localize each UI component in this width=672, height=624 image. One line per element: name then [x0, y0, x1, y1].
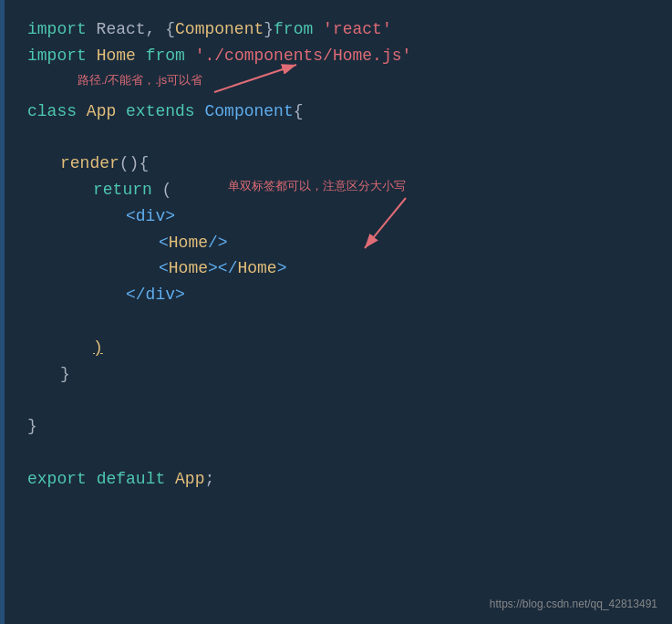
- code-text: div: [136, 203, 165, 230]
- code-text: render: [60, 151, 119, 177]
- code-text: Home: [97, 43, 136, 69]
- code-text: <: [159, 255, 169, 282]
- code-text: [185, 43, 195, 69]
- code-text: [136, 43, 146, 69]
- keyword-default: default: [97, 466, 166, 493]
- keyword-import: import: [27, 16, 87, 43]
- annotation-arrow-1: [210, 60, 319, 101]
- empty-line: [27, 124, 654, 151]
- code-text: div: [146, 282, 175, 308]
- keyword-extends: extends: [126, 99, 195, 125]
- code-line-2: import Home from './components/Home.js': [27, 43, 654, 69]
- empty-line: [27, 440, 654, 466]
- code-text: [116, 99, 126, 125]
- code-text: [313, 16, 323, 43]
- keyword-import: import: [27, 43, 87, 69]
- code-text: Component: [175, 16, 264, 43]
- code-line-11: }: [27, 361, 654, 388]
- code-text: >: [277, 255, 287, 282]
- code-text: [165, 466, 175, 493]
- code-text: Home: [237, 255, 276, 282]
- keyword-from: from: [146, 43, 185, 69]
- string-literal: 'react': [323, 16, 392, 43]
- code-text: ></: [208, 255, 237, 282]
- code-text: }: [60, 361, 70, 388]
- code-block: import React, { Component } from 'react'…: [0, 0, 672, 509]
- code-line-7: < Home />: [27, 230, 654, 256]
- code-text: Component: [204, 99, 293, 125]
- keyword-class: class: [27, 99, 77, 125]
- code-line-6: < div >: [27, 203, 654, 230]
- code-line-1: import React, { Component } from 'react': [27, 16, 654, 43]
- empty-line: [27, 308, 654, 335]
- code-text: }: [27, 413, 37, 440]
- code-text: [77, 99, 87, 125]
- code-text: React, {: [87, 16, 175, 43]
- code-text: />: [208, 230, 228, 256]
- code-line-9: </ div >: [27, 282, 654, 308]
- annotation-row-1: 路径./不能省，.js可以省: [27, 69, 654, 99]
- code-text: (: [152, 177, 172, 203]
- keyword-export: export: [27, 466, 87, 493]
- code-line-10: ): [27, 335, 654, 361]
- code-text: {: [294, 99, 304, 125]
- code-text: >: [175, 282, 185, 308]
- code-text: <: [126, 203, 136, 230]
- code-line-12: }: [27, 413, 654, 440]
- keyword-return: return: [93, 177, 152, 203]
- code-line-8: < Home ></ Home >: [27, 255, 654, 282]
- annotation-path: 路径./不能省，.js可以省: [78, 71, 202, 90]
- code-line-5: return ( 单双标签都可以，注意区分大小写: [27, 177, 654, 203]
- code-line-13: export default App ;: [27, 466, 654, 493]
- code-text: Home: [169, 255, 208, 282]
- code-text: App: [87, 99, 116, 125]
- code-line-4: render (){: [27, 151, 654, 177]
- svg-line-1: [214, 65, 296, 92]
- code-text: </: [126, 282, 146, 308]
- code-text: ;: [204, 466, 214, 493]
- code-text: [195, 99, 205, 125]
- code-text: <: [159, 230, 169, 256]
- keyword-from: from: [274, 16, 313, 43]
- code-text: [87, 43, 97, 69]
- code-text: [87, 466, 97, 493]
- code-text: >: [165, 203, 175, 230]
- code-text: ): [93, 335, 103, 361]
- code-text: App: [175, 466, 204, 493]
- code-text: Home: [169, 230, 208, 256]
- code-text: }: [264, 16, 274, 43]
- footer-link: https://blog.csdn.net/qq_42813491: [490, 596, 657, 613]
- code-line-3: class App extends Component {: [27, 99, 654, 125]
- code-text: (){: [119, 151, 149, 177]
- empty-line: [27, 387, 654, 413]
